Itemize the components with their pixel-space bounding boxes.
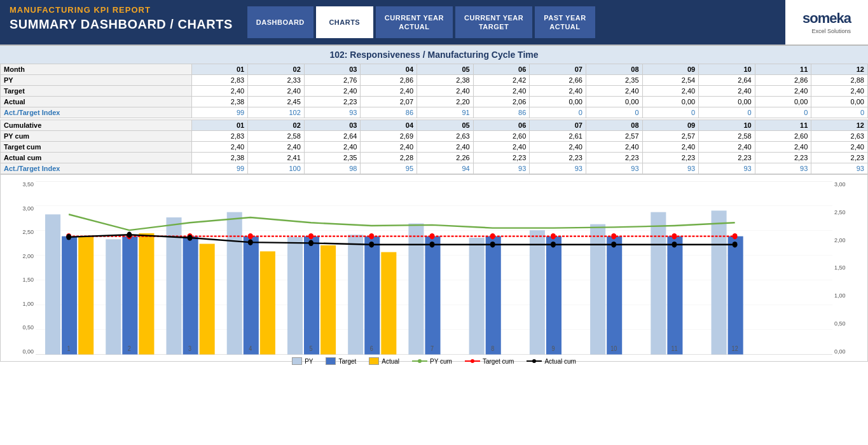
bar-actual-5: [320, 245, 336, 355]
bar-target-12: [728, 236, 743, 355]
target-dot: [308, 233, 313, 239]
target-dot: [733, 233, 738, 239]
logo: someka Excel Solutions: [785, 0, 868, 44]
dashboard-title: SUMMARY DASHBOARD / CHARTS: [10, 17, 233, 32]
legend-actual-icon: [369, 357, 379, 365]
x-label: 2: [128, 345, 131, 352]
header-nav: DASHBOARD CHARTS CURRENT YEARACTUAL CURR…: [242, 0, 785, 44]
y-axis-right: 3,00 2,50 2,00 1,50 1,00 0,50 0,00: [832, 181, 855, 355]
logo-text: someka: [803, 10, 851, 27]
actual-dot: [733, 242, 738, 247]
nav-charts[interactable]: CHARTS: [316, 6, 373, 38]
bar-py-1: [45, 214, 60, 355]
legend-actual-cum: Actual cum: [527, 357, 575, 365]
bar-py-10: [590, 224, 605, 355]
actual-dot: [369, 242, 374, 247]
legend-actual-label: Actual: [382, 358, 399, 365]
actual-dot: [188, 235, 193, 240]
legend-target-cum-label: Target cum: [483, 358, 514, 365]
bar-target-7: [425, 236, 440, 355]
target-dot: [672, 233, 677, 239]
cumulative-header-row: Cumulative 010203 040506 070809 101112: [1, 120, 868, 131]
actual-dot: [248, 239, 253, 245]
nav-dashboard[interactable]: DASHBOARD: [247, 6, 313, 38]
data-tables: Month 010203 040506 070809 101112 PY 2,8…: [0, 64, 868, 174]
legend-target-cum-icon: [465, 357, 480, 365]
actual-dot: [308, 240, 313, 246]
bar-py-2: [106, 239, 121, 355]
x-label: 4: [249, 345, 252, 352]
bar-actual-3: [200, 244, 215, 355]
report-title: MANUFACTURING KPI REPORT: [10, 5, 233, 15]
col-month: Month: [1, 64, 192, 75]
header: MANUFACTURING KPI REPORT SUMMARY DASHBOA…: [0, 0, 868, 44]
bar-py-5: [287, 237, 303, 355]
nav-past-year-actual[interactable]: PAST YEARACTUAL: [535, 6, 595, 38]
bar-py-7: [408, 223, 424, 355]
header-left: MANUFACTURING KPI REPORT SUMMARY DASHBOA…: [0, 0, 242, 44]
table-row-index: Act./Target Index 99100 9895 9493 9393 9…: [1, 163, 868, 174]
chart-legend: PY Target Actual PY cum Target cum Actua…: [13, 355, 855, 367]
bar-py-9: [530, 230, 545, 355]
table-row: PY cum 2,832,582,64 2,692,632,60 2,612,5…: [1, 131, 868, 142]
target-dot: [551, 233, 556, 239]
bar-target-11: [667, 236, 682, 355]
nav-current-year-actual[interactable]: CURRENT YEARACTUAL: [376, 6, 453, 38]
x-label: 5: [310, 345, 313, 352]
actual-dot: [127, 232, 132, 238]
x-label: 12: [732, 345, 738, 352]
x-label: 1: [67, 345, 71, 352]
target-dot: [611, 233, 616, 239]
bar-py-4: [227, 212, 242, 355]
x-label: 8: [491, 345, 494, 352]
table-row-index: Act./Target Index 99102 9386 9186 00 00 …: [1, 107, 868, 118]
bar-actual-4: [260, 251, 275, 355]
monthly-header-row: Month 010203 040506 070809 101112: [1, 64, 868, 75]
nav-current-year-target[interactable]: CURRENT YEARTARGET: [455, 6, 532, 38]
bar-target-9: [546, 236, 561, 355]
cumulative-table: Cumulative 010203 040506 070809 101112 P…: [0, 120, 868, 174]
table-row: Actual 2,382,452,23 2,072,202,06 0,000,0…: [1, 97, 868, 107]
legend-target-icon: [326, 357, 336, 365]
svg-point-6: [418, 359, 422, 363]
legend-target-label: Target: [338, 358, 356, 365]
legend-target-cum: Target cum: [465, 357, 514, 365]
legend-py-label: PY: [305, 358, 313, 365]
legend-py-cum: PY cum: [412, 357, 452, 365]
legend-py-cum-icon: [412, 357, 427, 365]
chart-area: 3,50 3,00 2,50 2,00 1,50 1,00 0,50 0,00: [0, 174, 868, 362]
bar-target-2: [122, 236, 137, 355]
bar-target-6: [364, 236, 380, 355]
legend-target: Target: [326, 357, 356, 365]
y-axis-left: 3,50 3,00 2,50 2,00 1,50 1,00 0,50 0,00: [13, 181, 36, 355]
bar-py-8: [469, 238, 485, 355]
actual-dot: [490, 242, 495, 247]
logo-sub: Excel Solutions: [803, 28, 851, 34]
x-label: 10: [610, 345, 617, 352]
table-row: Actual cum 2,382,412,35 2,282,262,23 2,2…: [1, 153, 868, 163]
actual-dot: [66, 234, 71, 240]
x-label: 7: [431, 345, 434, 352]
actual-dot: [672, 242, 677, 247]
x-label: 11: [671, 345, 677, 352]
legend-actual: Actual: [369, 357, 399, 365]
legend-py-icon: [292, 357, 302, 365]
bar-target-1: [62, 236, 77, 355]
legend-actual-cum-label: Actual cum: [544, 358, 575, 365]
table-row: Target cum 2,402,402,40 2,402,402,40 2,4…: [1, 142, 868, 153]
target-dot: [490, 233, 495, 239]
chart-title: 102: Responsiveness / Manufacturing Cycl…: [0, 44, 868, 64]
bar-target-3: [183, 236, 198, 355]
actual-dot: [551, 242, 556, 247]
table-row: PY 2,832,332,76 2,862,382,42 2,662,352,5…: [1, 75, 868, 86]
bar-actual-6: [381, 252, 396, 355]
legend-actual-cum-icon: [527, 357, 542, 365]
actual-dot: [611, 242, 616, 247]
chart-main: 1 2 3 4 5 6 7 8 9 10 11 12: [36, 181, 832, 355]
svg-point-10: [532, 359, 536, 363]
chart-svg: 1 2 3 4 5 6 7 8 9 10 11 12: [36, 181, 832, 355]
bar-target-4: [244, 236, 259, 355]
x-label: 9: [551, 345, 555, 352]
target-dot: [429, 233, 434, 239]
bar-py-6: [348, 235, 363, 355]
